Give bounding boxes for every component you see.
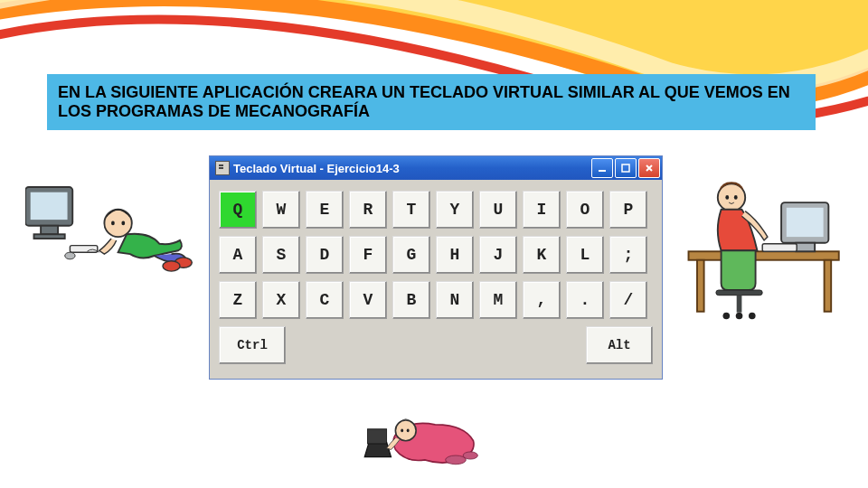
key-g[interactable]: G [392, 236, 430, 274]
key-ctrl[interactable]: Ctrl [219, 326, 286, 364]
svg-point-31 [463, 452, 477, 459]
key-u[interactable]: U [479, 191, 517, 229]
svg-rect-15 [787, 208, 824, 237]
svg-point-8 [121, 221, 125, 226]
key-e[interactable]: E [306, 191, 344, 229]
svg-rect-11 [689, 251, 839, 260]
svg-point-25 [749, 313, 756, 320]
key-v[interactable]: V [349, 281, 387, 319]
key-h[interactable]: H [436, 236, 474, 274]
svg-point-20 [734, 195, 738, 200]
svg-rect-16 [796, 243, 815, 252]
clipart-girl-laptop [362, 408, 479, 478]
key-p[interactable]: P [609, 191, 647, 229]
keyboard-row-bottom: Ctrl Alt [219, 326, 653, 364]
key-k[interactable]: K [523, 236, 561, 274]
svg-point-28 [407, 429, 410, 433]
key-sym[interactable]: / [609, 281, 647, 319]
key-c[interactable]: C [306, 281, 344, 319]
key-sym[interactable]: . [566, 281, 604, 319]
key-o[interactable]: O [566, 191, 604, 229]
svg-rect-17 [762, 244, 797, 252]
close-button[interactable] [638, 158, 660, 178]
key-f[interactable]: F [349, 236, 387, 274]
header-text: EN LA SIGUIENTE APLICACIÓN CREARA UN TEC… [58, 83, 790, 120]
key-a[interactable]: A [219, 236, 257, 274]
svg-rect-21 [716, 290, 762, 296]
svg-point-23 [723, 313, 731, 320]
key-i[interactable]: I [523, 191, 561, 229]
svg-point-10 [163, 261, 180, 271]
key-z[interactable]: Z [219, 281, 257, 319]
keyboard-area: QWERTYUIOP ASDFGHJKL; ZXCVBNM,./ Ctrl Al… [210, 180, 662, 379]
key-x[interactable]: X [262, 281, 300, 319]
svg-rect-22 [737, 296, 742, 313]
virtual-keyboard-window: Teclado Virtual - Ejercicio14-3 QWERTYUI… [209, 155, 663, 380]
key-sym[interactable]: ; [609, 236, 647, 274]
key-y[interactable]: Y [436, 191, 474, 229]
keyboard-row-3: ZXCVBNM,./ [219, 281, 653, 319]
key-r[interactable]: R [349, 191, 387, 229]
minimize-button[interactable] [591, 158, 613, 178]
titlebar[interactable]: Teclado Virtual - Ejercicio14-3 [210, 156, 662, 180]
clipart-child-computer [25, 170, 197, 277]
minimize-icon [598, 164, 607, 173]
girl-laptop-icon [362, 408, 479, 474]
window-icon [215, 161, 230, 175]
maximize-button[interactable] [615, 158, 637, 178]
window-title: Teclado Virtual - Ejercicio14-3 [233, 162, 590, 175]
child-computer-icon [25, 170, 197, 273]
svg-rect-33 [622, 164, 629, 172]
key-d[interactable]: D [306, 236, 344, 274]
svg-rect-29 [368, 429, 387, 444]
close-icon [645, 164, 654, 173]
svg-rect-1 [31, 192, 68, 220]
svg-point-26 [395, 420, 416, 441]
svg-point-6 [104, 210, 131, 237]
maximize-icon [621, 164, 630, 173]
svg-rect-32 [599, 170, 606, 172]
key-sym[interactable]: , [523, 281, 561, 319]
key-alt[interactable]: Alt [586, 326, 653, 364]
svg-point-27 [401, 429, 403, 433]
svg-rect-13 [825, 260, 832, 312]
svg-rect-2 [41, 226, 58, 235]
svg-rect-3 [34, 234, 65, 239]
header-text-box: EN LA SIGUIENTE APLICACIÓN CREARA UN TEC… [47, 74, 816, 130]
keyboard-row-2: ASDFGHJKL; [219, 236, 653, 274]
key-q[interactable]: Q [219, 191, 257, 229]
key-s[interactable]: S [262, 236, 300, 274]
svg-point-5 [65, 252, 75, 259]
svg-rect-12 [697, 260, 704, 312]
svg-point-19 [725, 195, 729, 200]
key-l[interactable]: L [566, 236, 604, 274]
key-m[interactable]: M [479, 281, 517, 319]
key-n[interactable]: N [436, 281, 474, 319]
clipart-person-desk [680, 170, 852, 328]
keyboard-row-1: QWERTYUIOP [219, 191, 653, 229]
key-t[interactable]: T [392, 191, 430, 229]
svg-rect-4 [70, 246, 97, 253]
svg-point-7 [111, 221, 115, 226]
key-w[interactable]: W [262, 191, 300, 229]
svg-point-30 [446, 455, 467, 465]
svg-point-24 [736, 313, 743, 320]
key-b[interactable]: B [392, 281, 430, 319]
key-j[interactable]: J [479, 236, 517, 274]
person-desk-icon [680, 170, 852, 324]
